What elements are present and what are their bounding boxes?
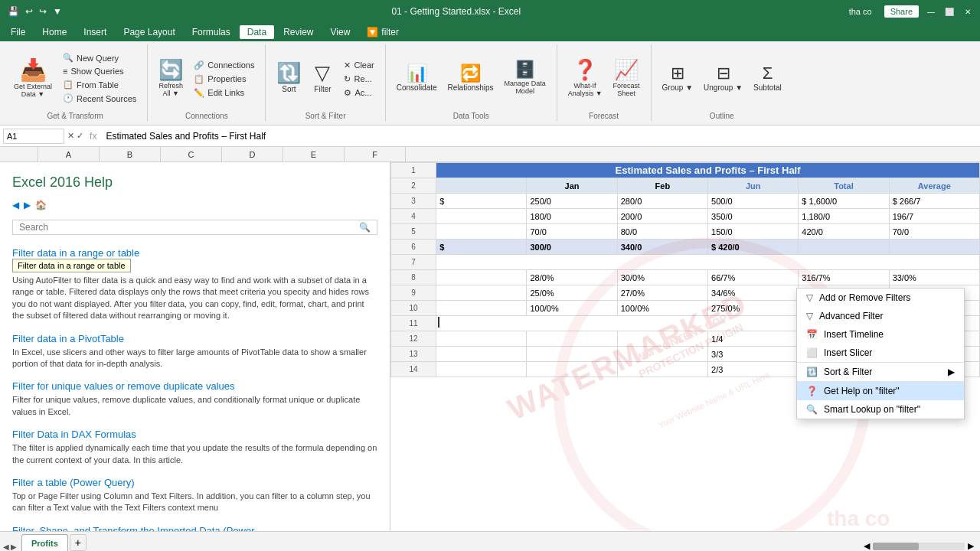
menu-home[interactable]: Home (34, 25, 74, 39)
cell-4c[interactable]: 200/0 (617, 209, 707, 224)
cell-2b[interactable]: Jan (527, 178, 617, 194)
cell-2e[interactable]: Total (799, 178, 889, 194)
cell-6e[interactable] (799, 240, 889, 255)
cell-8e[interactable]: 316/7% (799, 270, 889, 285)
from-table-button[interactable]: 📋 From Table (58, 78, 141, 91)
cell-5b[interactable]: 70/0 (527, 224, 617, 240)
cell-14c[interactable] (617, 362, 707, 377)
title-cell[interactable]: Estimated Sales and Profits – First Half (436, 163, 980, 178)
menu-insert[interactable]: Insert (76, 25, 114, 39)
smart-lookup-item[interactable]: 🔍 Smart Lookup on "filter" (797, 400, 964, 419)
cell-2c[interactable]: Feb (617, 178, 707, 194)
cell-6c[interactable]: 340/0 (617, 240, 707, 255)
horizontal-scrollbar[interactable] (873, 543, 965, 550)
connections-button[interactable]: 🔗 Connections (189, 59, 259, 72)
redo-icon[interactable]: ↪ (38, 5, 48, 18)
cell-3a[interactable]: $ (436, 194, 527, 209)
help-back-icon[interactable]: ◀ (12, 200, 19, 210)
help-home-icon[interactable]: 🏠 (35, 200, 47, 210)
group-button[interactable]: ⊞ Group ▼ (658, 60, 697, 95)
menu-filter[interactable]: 🔽 filter (359, 25, 407, 39)
maximize-button[interactable]: ⬜ (943, 5, 956, 18)
menu-page-layout[interactable]: Page Layout (116, 25, 182, 39)
save-icon[interactable]: 💾 (6, 5, 21, 18)
search-icon[interactable]: 🔍 (359, 222, 371, 233)
add-sheet-button[interactable]: + (70, 534, 87, 551)
formula-input[interactable] (103, 131, 977, 142)
col-header-b[interactable]: B (100, 147, 161, 161)
cell-13b[interactable] (527, 347, 617, 362)
cell-10b[interactable]: 100/0% (527, 301, 617, 316)
what-if-button[interactable]: ❓ What-If Analysis ▼ (564, 55, 607, 100)
get-external-data-button[interactable]: 📥 Get External Data ▼ (9, 54, 57, 101)
relationships-button[interactable]: 🔁 Relationships (443, 60, 498, 95)
col-header-f[interactable]: F (345, 147, 406, 161)
manage-data-model-button[interactable]: 🗄️ Manage Data Model (500, 57, 550, 98)
cell-2d[interactable]: Jun (708, 178, 799, 194)
subtotal-button[interactable]: Σ Subtotal (749, 60, 786, 95)
cell-6f[interactable] (889, 240, 979, 255)
cell-3c[interactable]: 280/0 (617, 194, 707, 209)
cell-7[interactable] (436, 255, 980, 270)
cell-10d[interactable]: 275/0% (708, 301, 799, 316)
cell-2f[interactable]: Average (889, 178, 979, 194)
cell-6b[interactable]: 300/0 (527, 240, 617, 255)
help-link-1[interactable]: Filter data in a range or table (12, 247, 139, 259)
advanced-filter-item[interactable]: ▽ Advanced Filter (797, 307, 964, 325)
help-search-input[interactable] (19, 222, 359, 233)
cell-13a[interactable] (436, 347, 527, 362)
edit-links-button[interactable]: ✏️ Edit Links (189, 86, 259, 99)
cell-8c[interactable]: 30/0% (617, 270, 707, 285)
cell-4f[interactable]: 196/7 (889, 209, 979, 224)
col-header-a[interactable]: A (38, 147, 100, 161)
show-queries-button[interactable]: ≡ Show Queries (58, 65, 141, 77)
cell-8a[interactable] (436, 270, 527, 285)
new-query-button[interactable]: 🔍 New Query (58, 51, 141, 64)
help-forward-icon[interactable]: ▶ (24, 200, 31, 210)
cell-5e[interactable]: 420/0 (799, 224, 889, 240)
name-box[interactable]: A1 (3, 129, 64, 144)
cell-5d[interactable]: 150/0 (708, 224, 799, 240)
sort-filter-item[interactable]: 🔃 Sort & Filter ▶ (797, 362, 964, 381)
cell-8f[interactable]: 33/0% (889, 270, 979, 285)
cell-2a[interactable] (436, 178, 527, 194)
customize-icon[interactable]: ▼ (51, 5, 64, 18)
tab-scroll-right[interactable]: ▶ (11, 543, 17, 551)
scroll-right-icon[interactable]: ▶ (968, 541, 974, 551)
forecast-sheet-button[interactable]: 📈 Forecast Sheet (609, 55, 645, 100)
menu-file[interactable]: File (3, 25, 33, 39)
get-help-item[interactable]: ❓ Get Help on "filter" (797, 381, 964, 400)
help-link-4[interactable]: Filter Data in DAX Formulas (12, 429, 136, 440)
clear-button[interactable]: ✕ Clear (339, 59, 378, 72)
cell-3b[interactable]: 250/0 (527, 194, 617, 209)
cell-6a[interactable]: $ (436, 240, 527, 255)
ungroup-button[interactable]: ⊟ Ungroup ▼ (699, 60, 747, 95)
cell-5c[interactable]: 80/0 (617, 224, 707, 240)
menu-review[interactable]: Review (276, 25, 321, 39)
cell-12b[interactable] (527, 331, 617, 347)
undo-icon[interactable]: ↩ (24, 5, 34, 18)
menu-formulas[interactable]: Formulas (185, 25, 238, 39)
refresh-all-button[interactable]: 🔄 Refresh All ▼ (154, 55, 188, 100)
insert-slicer-item[interactable]: ⬜ Insert Slicer (797, 344, 964, 362)
cell-9c[interactable]: 27/0% (617, 285, 707, 301)
col-header-c[interactable]: C (161, 147, 222, 161)
minimize-button[interactable]: — (925, 5, 937, 18)
cell-12c[interactable] (617, 331, 707, 347)
cell-14d[interactable]: 2/3 (708, 362, 799, 377)
col-header-d[interactable]: D (222, 147, 283, 161)
cell-9d[interactable]: 34/6% (708, 285, 799, 301)
cell-3f[interactable]: $ 266/7 (889, 194, 979, 209)
cell-12d[interactable]: 1/4 (708, 331, 799, 347)
cell-10c[interactable]: 100/0% (617, 301, 707, 316)
cell-5a[interactable] (436, 224, 527, 240)
cell-4e[interactable]: 1,180/0 (799, 209, 889, 224)
help-link-2[interactable]: Filter data in a PivotTable (12, 333, 124, 344)
filter-button[interactable]: ▽ Filter (307, 58, 338, 96)
cell-9a[interactable] (436, 285, 527, 301)
cell-14a[interactable] (436, 362, 527, 377)
cell-10a[interactable] (436, 301, 527, 316)
close-button[interactable]: ✕ (962, 5, 974, 18)
help-link-5[interactable]: Filter a table (Power Query) (12, 477, 135, 488)
cell-12a[interactable] (436, 331, 527, 347)
